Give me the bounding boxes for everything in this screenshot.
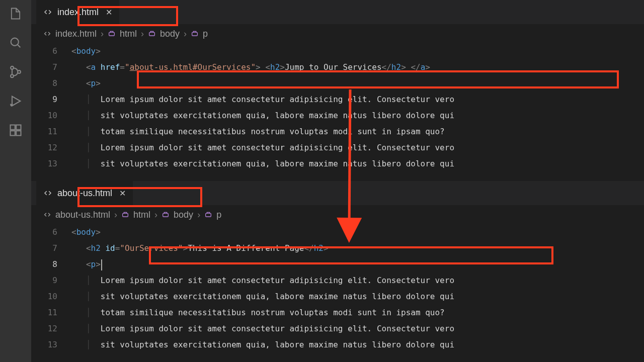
- code-line[interactable]: 12 │ Lorem ipsum dolor sit amet consecte…: [31, 321, 644, 337]
- line-number: 11: [31, 305, 71, 321]
- tab-bar-bottom: about-us.html ✕: [31, 181, 644, 205]
- line-number: 10: [31, 289, 71, 305]
- code-line[interactable]: 10 │ sit voluptates exercitationem quia,…: [31, 289, 644, 305]
- svg-rect-10: [149, 32, 155, 36]
- line-number: 7: [31, 240, 71, 256]
- source-control-icon[interactable]: [8, 64, 23, 79]
- svg-point-2: [11, 74, 14, 77]
- code-line[interactable]: 12 │ Lorem ipsum dolor sit amet consecte…: [31, 140, 644, 156]
- code-line[interactable]: 9 │ Lorem ipsum dolor sit amet consectet…: [31, 273, 644, 289]
- code-line[interactable]: 8 <p>: [31, 75, 644, 92]
- breadcrumb-item[interactable]: html: [120, 29, 137, 39]
- symbol-icon: [162, 211, 170, 219]
- code-line[interactable]: 11 │ totam similique necessitatibus nost…: [31, 305, 644, 321]
- html-file-icon: [43, 8, 52, 17]
- code-line[interactable]: 8 <p>: [31, 256, 644, 273]
- svg-rect-14: [206, 213, 211, 217]
- chevron-right-icon: ›: [141, 29, 144, 39]
- editor-bottom[interactable]: 6<body>7 <h2 id="OurServices">This is A …: [31, 224, 644, 362]
- svg-rect-8: [16, 125, 21, 130]
- svg-rect-12: [123, 213, 128, 217]
- svg-rect-9: [109, 32, 115, 36]
- code-line[interactable]: 11 │ totam similique necessitatibus nost…: [31, 124, 644, 140]
- line-number: 13: [31, 156, 71, 172]
- search-icon[interactable]: [8, 35, 23, 50]
- line-number: 8: [31, 75, 71, 92]
- svg-rect-7: [16, 131, 21, 135]
- line-number: 11: [31, 124, 71, 140]
- code-line[interactable]: 10 │ sit voluptates exercitationem quia,…: [31, 108, 644, 124]
- chevron-right-icon: ›: [154, 210, 157, 220]
- breadcrumb-top[interactable]: index.html›html›body›p: [31, 24, 644, 43]
- svg-rect-11: [192, 32, 198, 36]
- code-line[interactable]: 13 │ sit voluptates exercitationem quia,…: [31, 337, 644, 353]
- editor-top[interactable]: 6<body>7 <a href="about-us.html#OurServi…: [31, 43, 644, 181]
- code-line[interactable]: 7 <a href="about-us.html#OurServices"> <…: [31, 59, 644, 75]
- line-number: 10: [31, 108, 71, 124]
- activity-bar: [0, 0, 31, 362]
- breadcrumb-item[interactable]: html: [133, 210, 150, 220]
- line-number: 8: [31, 256, 71, 273]
- breadcrumb-item[interactable]: p: [216, 210, 221, 220]
- html-file-icon: [43, 211, 51, 219]
- line-number: 12: [31, 321, 71, 337]
- line-number: 9: [31, 273, 71, 289]
- close-icon[interactable]: ✕: [119, 189, 126, 198]
- chevron-right-icon: ›: [114, 210, 117, 220]
- line-number: 6: [31, 224, 71, 240]
- tab-index-html[interactable]: index.html ✕: [36, 0, 119, 24]
- svg-point-0: [11, 38, 19, 46]
- chevron-right-icon: ›: [101, 29, 104, 39]
- html-file-icon: [43, 30, 51, 38]
- code-line[interactable]: 6<body>: [31, 43, 644, 59]
- symbol-icon: [108, 30, 116, 38]
- tab-label: index.html: [57, 7, 99, 18]
- breadcrumb-item[interactable]: about-us.html: [55, 210, 110, 220]
- run-debug-icon[interactable]: [8, 94, 23, 109]
- svg-rect-13: [163, 213, 169, 217]
- code-line[interactable]: 7 <h2 id="OurServices">This is A Differe…: [31, 240, 644, 256]
- breadcrumb-item[interactable]: index.html: [55, 29, 97, 39]
- line-number: 9: [31, 92, 71, 108]
- line-number: 13: [31, 337, 71, 353]
- breadcrumb-item[interactable]: p: [203, 29, 208, 39]
- tab-about-us-html[interactable]: about-us.html ✕: [36, 181, 133, 205]
- files-icon[interactable]: [8, 6, 23, 21]
- breadcrumb-item[interactable]: body: [160, 29, 180, 39]
- code-line[interactable]: 13 │ sit voluptates exercitationem quia,…: [31, 156, 644, 172]
- line-number: 6: [31, 43, 71, 59]
- symbol-icon: [191, 30, 199, 38]
- svg-point-1: [11, 66, 14, 69]
- tab-label: about-us.html: [57, 188, 112, 199]
- close-icon[interactable]: ✕: [106, 8, 112, 17]
- symbol-icon: [148, 30, 156, 38]
- code-line[interactable]: 6<body>: [31, 224, 644, 240]
- symbol-icon: [121, 211, 129, 219]
- line-number: 7: [31, 59, 71, 75]
- chevron-right-icon: ›: [197, 210, 200, 220]
- code-line[interactable]: 9 │ Lorem ipsum dolor sit amet consectet…: [31, 92, 644, 108]
- tab-bar-top: index.html ✕: [31, 0, 644, 24]
- line-number: 12: [31, 140, 71, 156]
- editor-main: index.html ✕ index.html›html›body›p 6<bo…: [31, 0, 644, 362]
- svg-rect-5: [11, 125, 15, 130]
- svg-rect-6: [11, 131, 15, 135]
- breadcrumb-item[interactable]: body: [174, 210, 193, 220]
- html-file-icon: [43, 189, 52, 198]
- chevron-right-icon: ›: [184, 29, 187, 39]
- symbol-icon: [204, 211, 212, 219]
- extensions-icon[interactable]: [8, 123, 23, 138]
- breadcrumb-bottom[interactable]: about-us.html›html›body›p: [31, 205, 644, 224]
